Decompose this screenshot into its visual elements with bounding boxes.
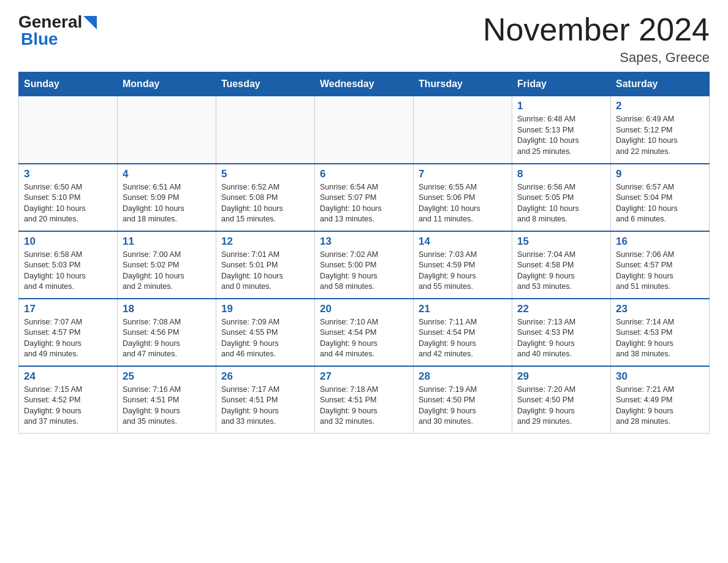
day-info: Sunrise: 7:11 AM Sunset: 4:54 PM Dayligh… <box>419 317 507 360</box>
table-row: 27Sunrise: 7:18 AM Sunset: 4:51 PM Dayli… <box>315 366 414 434</box>
table-row: 24Sunrise: 7:15 AM Sunset: 4:52 PM Dayli… <box>19 366 118 434</box>
logo-blue-text: Blue <box>21 29 58 49</box>
table-row: 10Sunrise: 6:58 AM Sunset: 5:03 PM Dayli… <box>19 231 118 299</box>
day-number: 8 <box>517 168 605 180</box>
day-info: Sunrise: 7:08 AM Sunset: 4:56 PM Dayligh… <box>123 317 211 360</box>
day-info: Sunrise: 7:03 AM Sunset: 4:59 PM Dayligh… <box>419 250 507 293</box>
table-row: 11Sunrise: 7:00 AM Sunset: 5:02 PM Dayli… <box>118 231 216 299</box>
table-row: 23Sunrise: 7:14 AM Sunset: 4:53 PM Dayli… <box>611 299 710 366</box>
day-number: 11 <box>123 236 211 248</box>
table-row: 16Sunrise: 7:06 AM Sunset: 4:57 PM Dayli… <box>611 231 710 299</box>
table-row <box>118 96 216 164</box>
day-number: 17 <box>24 303 112 315</box>
day-number: 15 <box>517 236 605 248</box>
day-info: Sunrise: 6:52 AM Sunset: 5:08 PM Dayligh… <box>221 182 309 225</box>
page-header: General Blue November 2024 Sapes, Greece <box>18 12 710 66</box>
table-row: 22Sunrise: 7:13 AM Sunset: 4:53 PM Dayli… <box>512 299 611 366</box>
day-info: Sunrise: 6:55 AM Sunset: 5:06 PM Dayligh… <box>419 182 507 225</box>
day-number: 20 <box>320 303 408 315</box>
table-row <box>414 96 512 164</box>
day-info: Sunrise: 7:19 AM Sunset: 4:50 PM Dayligh… <box>419 385 507 427</box>
header-monday: Monday <box>118 72 216 96</box>
table-row: 2Sunrise: 6:49 AM Sunset: 5:12 PM Daylig… <box>611 96 710 164</box>
table-row: 18Sunrise: 7:08 AM Sunset: 4:56 PM Dayli… <box>118 299 216 366</box>
table-row <box>19 96 118 164</box>
day-info: Sunrise: 7:10 AM Sunset: 4:54 PM Dayligh… <box>320 317 408 360</box>
table-row: 4Sunrise: 6:51 AM Sunset: 5:09 PM Daylig… <box>118 164 216 231</box>
day-number: 21 <box>419 303 507 315</box>
title-section: November 2024 Sapes, Greece <box>483 12 710 66</box>
day-number: 27 <box>320 370 408 383</box>
day-number: 28 <box>419 370 507 383</box>
table-row: 3Sunrise: 6:50 AM Sunset: 5:10 PM Daylig… <box>19 164 118 231</box>
day-info: Sunrise: 7:02 AM Sunset: 5:00 PM Dayligh… <box>320 250 408 293</box>
day-number: 19 <box>221 303 309 315</box>
table-row: 6Sunrise: 6:54 AM Sunset: 5:07 PM Daylig… <box>315 164 414 231</box>
table-row: 13Sunrise: 7:02 AM Sunset: 5:00 PM Dayli… <box>315 231 414 299</box>
table-row: 12Sunrise: 7:01 AM Sunset: 5:01 PM Dayli… <box>216 231 315 299</box>
calendar-week-row: 17Sunrise: 7:07 AM Sunset: 4:57 PM Dayli… <box>19 299 710 366</box>
day-info: Sunrise: 7:09 AM Sunset: 4:55 PM Dayligh… <box>221 317 309 360</box>
day-number: 1 <box>517 100 605 112</box>
day-info: Sunrise: 6:50 AM Sunset: 5:10 PM Dayligh… <box>24 182 112 225</box>
day-info: Sunrise: 7:01 AM Sunset: 5:01 PM Dayligh… <box>221 250 309 293</box>
day-number: 29 <box>517 370 605 383</box>
table-row: 19Sunrise: 7:09 AM Sunset: 4:55 PM Dayli… <box>216 299 315 366</box>
day-info: Sunrise: 7:15 AM Sunset: 4:52 PM Dayligh… <box>24 385 112 427</box>
day-number: 6 <box>320 168 408 180</box>
day-number: 18 <box>123 303 211 315</box>
table-row: 30Sunrise: 7:21 AM Sunset: 4:49 PM Dayli… <box>611 366 710 434</box>
day-number: 5 <box>221 168 309 180</box>
header-wednesday: Wednesday <box>315 72 414 96</box>
day-number: 13 <box>320 236 408 248</box>
day-info: Sunrise: 7:13 AM Sunset: 4:53 PM Dayligh… <box>517 317 605 360</box>
table-row: 25Sunrise: 7:16 AM Sunset: 4:51 PM Dayli… <box>118 366 216 434</box>
calendar-week-row: 24Sunrise: 7:15 AM Sunset: 4:52 PM Dayli… <box>19 366 710 434</box>
day-number: 23 <box>616 303 704 315</box>
table-row: 26Sunrise: 7:17 AM Sunset: 4:51 PM Dayli… <box>216 366 315 434</box>
day-number: 7 <box>419 168 507 180</box>
day-info: Sunrise: 7:20 AM Sunset: 4:50 PM Dayligh… <box>517 385 605 427</box>
day-info: Sunrise: 6:58 AM Sunset: 5:03 PM Dayligh… <box>24 250 112 293</box>
day-number: 22 <box>517 303 605 315</box>
day-info: Sunrise: 6:57 AM Sunset: 5:04 PM Dayligh… <box>616 182 704 225</box>
calendar-week-row: 3Sunrise: 6:50 AM Sunset: 5:10 PM Daylig… <box>19 164 710 231</box>
table-row: 21Sunrise: 7:11 AM Sunset: 4:54 PM Dayli… <box>414 299 512 366</box>
day-info: Sunrise: 7:17 AM Sunset: 4:51 PM Dayligh… <box>221 385 309 427</box>
day-number: 26 <box>221 370 309 383</box>
table-row: 29Sunrise: 7:20 AM Sunset: 4:50 PM Dayli… <box>512 366 611 434</box>
svg-marker-0 <box>83 16 97 29</box>
day-info: Sunrise: 7:18 AM Sunset: 4:51 PM Dayligh… <box>320 385 408 427</box>
day-number: 9 <box>616 168 704 180</box>
table-row: 5Sunrise: 6:52 AM Sunset: 5:08 PM Daylig… <box>216 164 315 231</box>
day-number: 10 <box>24 236 112 248</box>
table-row: 1Sunrise: 6:48 AM Sunset: 5:13 PM Daylig… <box>512 96 611 164</box>
day-info: Sunrise: 6:56 AM Sunset: 5:05 PM Dayligh… <box>517 182 605 225</box>
calendar-week-row: 1Sunrise: 6:48 AM Sunset: 5:13 PM Daylig… <box>19 96 710 164</box>
day-number: 12 <box>221 236 309 248</box>
logo: General Blue <box>18 12 97 49</box>
header-sunday: Sunday <box>19 72 118 96</box>
table-row: 17Sunrise: 7:07 AM Sunset: 4:57 PM Dayli… <box>19 299 118 366</box>
calendar-week-row: 10Sunrise: 6:58 AM Sunset: 5:03 PM Dayli… <box>19 231 710 299</box>
day-number: 24 <box>24 370 112 383</box>
calendar-table: Sunday Monday Tuesday Wednesday Thursday… <box>18 72 710 434</box>
day-info: Sunrise: 7:06 AM Sunset: 4:57 PM Dayligh… <box>616 250 704 293</box>
day-info: Sunrise: 6:51 AM Sunset: 5:09 PM Dayligh… <box>123 182 211 225</box>
logo-arrow-icon <box>83 16 97 29</box>
day-number: 3 <box>24 168 112 180</box>
table-row: 14Sunrise: 7:03 AM Sunset: 4:59 PM Dayli… <box>414 231 512 299</box>
day-info: Sunrise: 6:54 AM Sunset: 5:07 PM Dayligh… <box>320 182 408 225</box>
day-info: Sunrise: 7:16 AM Sunset: 4:51 PM Dayligh… <box>123 385 211 427</box>
day-info: Sunrise: 7:21 AM Sunset: 4:49 PM Dayligh… <box>616 385 704 427</box>
day-info: Sunrise: 6:48 AM Sunset: 5:13 PM Dayligh… <box>517 114 605 157</box>
day-number: 16 <box>616 236 704 248</box>
day-info: Sunrise: 7:00 AM Sunset: 5:02 PM Dayligh… <box>123 250 211 293</box>
day-number: 2 <box>616 100 704 112</box>
table-row: 28Sunrise: 7:19 AM Sunset: 4:50 PM Dayli… <box>414 366 512 434</box>
table-row: 8Sunrise: 6:56 AM Sunset: 5:05 PM Daylig… <box>512 164 611 231</box>
table-row: 15Sunrise: 7:04 AM Sunset: 4:58 PM Dayli… <box>512 231 611 299</box>
table-row: 9Sunrise: 6:57 AM Sunset: 5:04 PM Daylig… <box>611 164 710 231</box>
table-row: 7Sunrise: 6:55 AM Sunset: 5:06 PM Daylig… <box>414 164 512 231</box>
day-info: Sunrise: 7:04 AM Sunset: 4:58 PM Dayligh… <box>517 250 605 293</box>
